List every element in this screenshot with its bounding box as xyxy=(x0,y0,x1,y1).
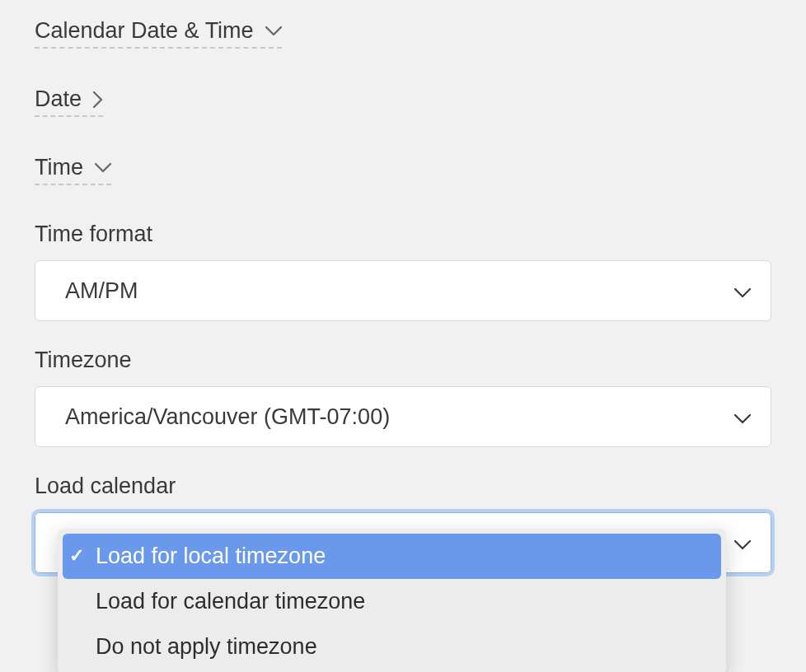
calendar-datetime-heading[interactable]: Calendar Date & Time xyxy=(35,16,282,49)
load-calendar-dropdown[interactable]: ✓ Load for local timezone Load for calen… xyxy=(58,529,726,672)
time-format-select[interactable]: AM/PM xyxy=(35,260,771,321)
timezone-value: America/Vancouver (GMT-07:00) xyxy=(65,404,390,430)
dropdown-option-local-timezone[interactable]: ✓ Load for local timezone xyxy=(63,534,721,579)
chevron-down-icon xyxy=(95,163,111,173)
chevron-right-icon xyxy=(93,91,103,108)
dropdown-option-calendar-timezone[interactable]: Load for calendar timezone xyxy=(63,579,721,624)
time-heading-label: Time xyxy=(35,153,83,182)
time-heading[interactable]: Time xyxy=(35,153,111,185)
dropdown-option-label: Do not apply timezone xyxy=(96,632,317,661)
dropdown-option-label: Load for calendar timezone xyxy=(96,587,365,616)
timezone-label: Timezone xyxy=(35,348,771,373)
calendar-datetime-heading-label: Calendar Date & Time xyxy=(35,16,254,45)
time-format-label: Time format xyxy=(35,222,771,247)
chevron-down-icon xyxy=(734,404,751,430)
date-heading-label: Date xyxy=(35,85,82,114)
check-icon: ✓ xyxy=(68,544,86,568)
chevron-down-icon xyxy=(734,278,751,304)
date-heading[interactable]: Date xyxy=(35,85,103,117)
time-format-value: AM/PM xyxy=(65,278,138,304)
dropdown-option-no-timezone[interactable]: Do not apply timezone xyxy=(63,624,721,670)
chevron-down-icon xyxy=(734,530,751,556)
load-calendar-label: Load calendar xyxy=(35,474,771,499)
timezone-select[interactable]: America/Vancouver (GMT-07:00) xyxy=(35,386,771,447)
chevron-down-icon xyxy=(265,26,282,36)
dropdown-option-label: Load for local timezone xyxy=(96,542,326,571)
